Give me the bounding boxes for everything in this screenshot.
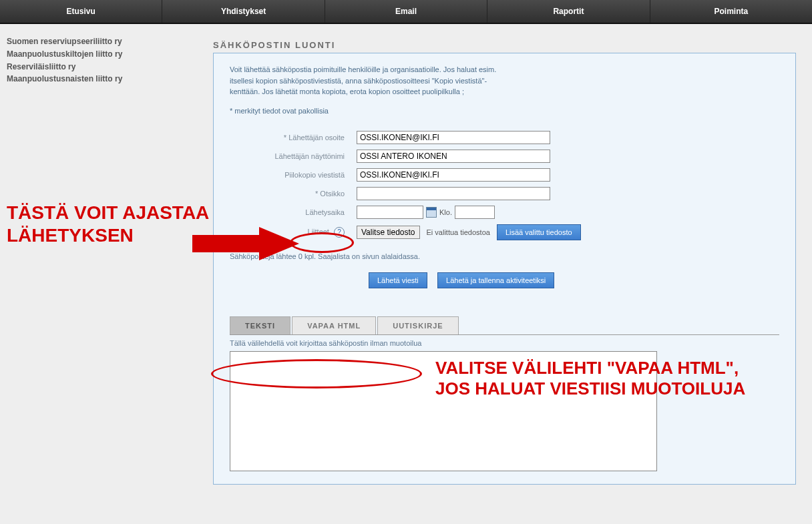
send-button[interactable]: Lähetä viesti bbox=[369, 272, 427, 288]
no-file-text: Ei valittua tiedostoa bbox=[427, 228, 490, 236]
top-nav: Etusivu Yhdistykset Email Raportit Poimi… bbox=[0, 0, 812, 24]
sidebar: Suomen reserviupseeriliitto ry Maanpuolu… bbox=[0, 24, 184, 524]
recipient-count-note: Sähköposteja lähtee 0 kpl. Saajalista on… bbox=[230, 252, 779, 260]
choose-file-button[interactable]: Valitse tiedosto bbox=[357, 226, 420, 239]
send-time-time-input[interactable] bbox=[455, 206, 495, 219]
nav-tab-poiminta[interactable]: Poiminta bbox=[650, 0, 812, 23]
intro-line: itsellesi kopion sähköpostiviestistä, an… bbox=[230, 77, 487, 85]
sidebar-org[interactable]: Maanpuolustuskiltojen liitto ry bbox=[7, 49, 177, 60]
bcc-input[interactable] bbox=[357, 168, 550, 182]
nav-tab-yhdistykset[interactable]: Yhdistykset bbox=[162, 0, 325, 23]
intro-text: Voit lähettää sähköpostia poimituille he… bbox=[230, 64, 779, 97]
editor-tab-description: Tällä välilehdellä voit kirjoittaa sähkö… bbox=[230, 339, 779, 347]
page-title: SÄHKÖPOSTIN LUONTI bbox=[213, 40, 796, 50]
intro-line: kenttään. Jos lähetät monta kopiota, ero… bbox=[230, 87, 464, 95]
help-icon[interactable]: ? bbox=[334, 227, 345, 238]
send-save-activity-button[interactable]: Lähetä ja tallenna aktiviteetiksi bbox=[437, 272, 554, 288]
subject-input[interactable] bbox=[357, 187, 550, 200]
klo-label: Klo. bbox=[439, 208, 452, 216]
editor-tabs: TEKSTI VAPAA HTML UUTISKIRJE bbox=[230, 316, 779, 335]
nav-tab-raportit[interactable]: Raportit bbox=[487, 0, 650, 23]
add-selected-file-button[interactable]: Lisää valittu tiedosto bbox=[497, 224, 581, 240]
sidebar-org[interactable]: Suomen reserviupseeriliitto ry bbox=[7, 36, 177, 47]
sidebar-org[interactable]: Reserviläisliitto ry bbox=[7, 61, 177, 73]
editor-tab-uutiskirje[interactable]: UUTISKIRJE bbox=[377, 316, 458, 334]
attachments-label: Liitteet ? bbox=[230, 227, 357, 238]
editor-tab-vapaa-html[interactable]: VAPAA HTML bbox=[292, 316, 376, 334]
subject-label: * Otsikko bbox=[230, 190, 357, 198]
calendar-icon[interactable] bbox=[426, 207, 437, 218]
nav-tab-etusivu[interactable]: Etusivu bbox=[0, 0, 162, 23]
sender-addr-label: * Lähettäjän osoite bbox=[230, 134, 357, 142]
display-name-input[interactable] bbox=[357, 150, 550, 163]
nav-tab-email[interactable]: Email bbox=[325, 0, 487, 23]
sidebar-org[interactable]: Maanpuolustusnaisten liitto ry bbox=[7, 73, 177, 85]
display-name-label: Lähettäjän näyttönimi bbox=[230, 152, 357, 160]
intro-line: Voit lähettää sähköpostia poimituille he… bbox=[230, 65, 496, 73]
required-note: * merkityt tiedot ovat pakollisia bbox=[230, 107, 779, 115]
send-time-label: Lähetysaika bbox=[230, 208, 357, 216]
bcc-label: Piilokopio viestistä bbox=[230, 171, 357, 179]
send-time-date-input[interactable] bbox=[357, 206, 423, 219]
editor-tab-teksti[interactable]: TEKSTI bbox=[230, 316, 290, 334]
email-body-textarea[interactable] bbox=[230, 351, 657, 471]
action-row: Lähetä viesti Lähetä ja tallenna aktivit… bbox=[369, 272, 779, 288]
main-content: SÄHKÖPOSTIN LUONTI Voit lähettää sähköpo… bbox=[184, 24, 812, 524]
sender-addr-input[interactable] bbox=[357, 131, 550, 144]
attach-label-text: Liitteet bbox=[308, 228, 329, 236]
email-form-box: Voit lähettää sähköpostia poimituille he… bbox=[213, 53, 796, 485]
